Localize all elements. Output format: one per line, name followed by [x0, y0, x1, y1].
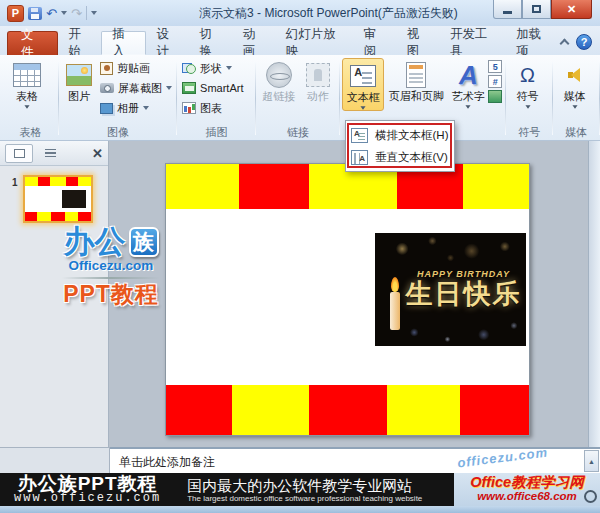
watermark-subtitle: PPT教程	[54, 282, 168, 306]
header-footer-button[interactable]: 页眉和页脚	[384, 58, 448, 103]
slide-bottom-band	[166, 385, 529, 435]
tab-slideshow[interactable]: 幻灯片放映	[276, 31, 354, 55]
watermark-divider	[62, 277, 160, 279]
wordart-dropdown-icon	[466, 105, 471, 108]
quick-access-toolbar: P ↶ ↷	[7, 5, 97, 22]
slide-canvas[interactable]: HAPPY BIRTHDAY 生日快乐	[165, 163, 530, 436]
symbol-button[interactable]: Ω 符号	[508, 58, 548, 109]
shapes-label: 形状	[200, 61, 222, 76]
omega-icon: Ω	[520, 64, 535, 86]
officezu-watermark: 办公 族 Officezu.com PPT教程	[54, 226, 168, 306]
tab-file[interactable]: 文件	[7, 31, 58, 55]
hyperlink-label: 超链接	[262, 90, 295, 103]
picture-button[interactable]: 图片	[61, 58, 97, 103]
minimize-ribbon-icon[interactable]	[560, 39, 570, 49]
help-icon[interactable]: ?	[576, 34, 592, 50]
photo-album-icon	[100, 103, 113, 114]
powerpoint-logo-icon[interactable]: P	[7, 5, 24, 22]
smartart-button[interactable]: SmartArt	[179, 78, 246, 98]
tab-home[interactable]: 开始	[58, 31, 101, 55]
footer-slogan-cn: 国内最大的办公软件教学专业网站	[187, 477, 422, 494]
action-icon	[306, 63, 330, 87]
wordart-button[interactable]: A 艺术字	[448, 58, 488, 109]
undo-icon[interactable]: ↶	[46, 7, 57, 20]
screenshot-label: 屏幕截图	[118, 81, 162, 96]
watermark-badge: 族	[129, 227, 159, 257]
clipart-label: 剪贴画	[117, 61, 150, 76]
tab-view[interactable]: 视图	[397, 31, 440, 55]
group-links: 超链接 动作 链接	[256, 57, 341, 140]
footer-brand-name: 办公族PPT教程	[14, 475, 161, 492]
band-segment	[463, 164, 529, 209]
table-button-label: 表格	[16, 90, 38, 103]
footer-slogan-en: The largest domestic office software pro…	[187, 494, 422, 503]
notes-left-filler	[0, 447, 110, 473]
band-segment	[166, 385, 232, 435]
undo-dropdown-icon[interactable]	[61, 11, 67, 15]
thumb-top-band	[25, 177, 91, 186]
tab-addins[interactable]: 加载项	[506, 31, 561, 55]
slide-number: 1	[12, 177, 18, 223]
date-time-icon[interactable]: 5	[488, 60, 502, 73]
header-footer-label: 页眉和页脚	[389, 90, 444, 103]
tab-slides-thumbnails[interactable]	[5, 144, 33, 163]
table-button[interactable]: 表格	[4, 58, 50, 109]
group-media: 媒体 媒体	[553, 57, 600, 140]
clipart-button[interactable]: 剪贴画	[97, 58, 175, 78]
tab-animations[interactable]: 动画	[233, 31, 276, 55]
tab-outline[interactable]	[36, 144, 64, 163]
smartart-label: SmartArt	[200, 82, 243, 94]
minimize-button[interactable]	[493, 0, 522, 19]
close-button[interactable]: ✕	[551, 0, 592, 19]
footer-banner: 办公族PPT教程 www.officezu.com 国内最大的办公软件教学专业网…	[0, 473, 600, 506]
slide-thumbnail[interactable]	[23, 175, 93, 223]
symbol-label: 符号	[517, 90, 539, 103]
tab-design[interactable]: 设计	[146, 31, 189, 55]
object-icon[interactable]	[488, 90, 502, 103]
notes-watermark: officezu.com	[456, 444, 548, 470]
powerpoint-window: P ↶ ↷ 演示文稿3 - Microsoft PowerPoint(产品激活失…	[0, 0, 600, 513]
album-button[interactable]: 相册	[97, 98, 175, 118]
slide-number-icon[interactable]: #	[488, 75, 502, 88]
footer-brand-url: www.officezu.com	[14, 492, 161, 505]
maximize-button[interactable]	[522, 0, 551, 19]
textbox-icon-letter: A	[354, 66, 362, 78]
chart-button[interactable]: 图表	[179, 98, 246, 118]
birthday-title-en: HAPPY BIRTHDAY	[375, 269, 526, 279]
tab-review[interactable]: 审阅	[354, 31, 397, 55]
table-icon	[13, 63, 41, 87]
footer-right-badge: Office教程学习网 www.office68.com	[454, 473, 600, 506]
clipart-icon	[100, 62, 113, 75]
tab-insert[interactable]: 插入	[101, 31, 146, 55]
hyperlink-button: 超链接	[258, 58, 300, 103]
media-button[interactable]: 媒体	[555, 58, 595, 109]
watermark-url: Officezu.com	[54, 258, 168, 273]
screenshot-dropdown-icon	[166, 86, 172, 90]
tab-transitions[interactable]: 切换	[190, 31, 233, 55]
close-icon: ✕	[567, 3, 576, 16]
birthday-image[interactable]: HAPPY BIRTHDAY 生日快乐	[375, 233, 526, 346]
tab-developer[interactable]: 开发工具	[440, 31, 506, 55]
screenshot-button[interactable]: 屏幕截图	[97, 78, 175, 98]
group-links-label: 链接	[258, 124, 339, 140]
shapes-icon	[182, 62, 196, 74]
pane-close-icon[interactable]: ✕	[92, 146, 103, 161]
candle-flame	[391, 277, 399, 292]
thumb-image	[62, 190, 86, 208]
chart-icon	[182, 102, 196, 114]
shapes-button[interactable]: 形状	[179, 58, 246, 78]
action-button: 动作	[300, 58, 336, 103]
band-segment	[309, 385, 386, 435]
hyperlink-icon	[266, 62, 292, 88]
notes-panel[interactable]: 单击此处添加备注 officezu.com ▲	[110, 447, 600, 473]
band-segment	[239, 164, 309, 209]
textbox-button[interactable]: A 文本框	[342, 58, 384, 111]
group-images-label: 图像	[61, 124, 175, 140]
footer-brand: 办公族PPT教程 www.officezu.com	[14, 475, 161, 505]
save-icon[interactable]	[28, 7, 42, 20]
notes-placeholder[interactable]: 单击此处添加备注	[119, 454, 215, 471]
notes-scroll-up-button[interactable]: ▲	[584, 450, 599, 472]
album-label: 相册	[117, 101, 139, 116]
shapes-dropdown-icon	[226, 66, 232, 70]
vertical-scrollbar[interactable]	[588, 141, 600, 447]
